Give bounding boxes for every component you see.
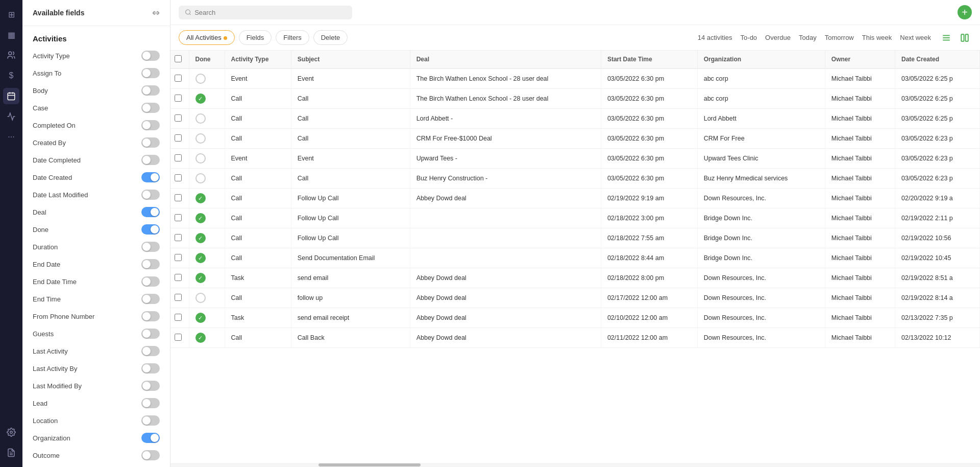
- done-indicator[interactable]: [195, 333, 206, 343]
- done-indicator[interactable]: [195, 293, 206, 303]
- row-checkbox[interactable]: [175, 114, 182, 122]
- filter-btn-filters[interactable]: Filters: [276, 30, 309, 45]
- field-toggle[interactable]: [141, 311, 160, 321]
- cell-activitytype: Call: [225, 109, 291, 129]
- docs-icon[interactable]: [3, 445, 19, 461]
- list-view-icon[interactable]: [939, 31, 953, 45]
- filter-link-today[interactable]: Today: [799, 34, 817, 41]
- cell-deal: Abbey Dowd deal: [410, 268, 601, 288]
- done-indicator[interactable]: [195, 133, 206, 144]
- field-toggle[interactable]: [141, 137, 160, 148]
- more-icon[interactable]: ···: [3, 129, 19, 145]
- filter-btn-all-activities[interactable]: All Activities: [179, 30, 235, 45]
- users-icon[interactable]: [3, 47, 19, 63]
- table-row: CallCall BackAbbey Dowd deal02/11/2022 1…: [170, 328, 980, 348]
- search-input[interactable]: [194, 9, 346, 16]
- settings-icon[interactable]: [3, 424, 19, 440]
- row-checkbox[interactable]: [175, 95, 182, 102]
- cell-owner: Michael Taibbi: [825, 149, 895, 169]
- field-toggle[interactable]: [141, 68, 160, 78]
- field-toggle[interactable]: [141, 398, 160, 408]
- done-indicator[interactable]: [195, 193, 206, 203]
- field-row: Last Activity: [22, 342, 170, 360]
- select-all-checkbox[interactable]: [175, 55, 182, 62]
- cell-startdatetime: 03/05/2022 6:30 pm: [601, 89, 697, 109]
- calendar-icon[interactable]: [3, 88, 19, 104]
- done-indicator[interactable]: [195, 273, 206, 283]
- search-box[interactable]: [179, 6, 352, 19]
- field-row: Done: [22, 221, 170, 238]
- field-toggle[interactable]: [141, 259, 160, 269]
- row-checkbox[interactable]: [175, 214, 182, 221]
- cell-organization: Down Resources, Inc.: [697, 288, 825, 308]
- row-checkbox[interactable]: [175, 194, 182, 201]
- done-indicator[interactable]: [195, 74, 206, 84]
- dollar-icon[interactable]: $: [3, 67, 19, 84]
- analytics-icon[interactable]: [3, 108, 19, 125]
- sidebar-header: Available fields ⇔: [22, 0, 170, 26]
- field-toggle[interactable]: [141, 190, 160, 200]
- activities-table-wrapper[interactable]: DoneActivity TypeSubjectDealStart Date T…: [170, 51, 980, 463]
- cell-datecreated: 03/05/2022 6:25 p: [895, 68, 980, 89]
- cell-owner: Michael Taibbi: [825, 308, 895, 328]
- chart-icon[interactable]: ▦: [3, 27, 19, 43]
- home-icon[interactable]: ⊞: [3, 6, 19, 22]
- row-checkbox[interactable]: [175, 274, 182, 281]
- filter-btn-delete[interactable]: Delete: [313, 30, 348, 45]
- done-indicator[interactable]: [195, 173, 206, 183]
- add-activity-button[interactable]: +: [958, 5, 972, 19]
- done-indicator[interactable]: [195, 153, 206, 164]
- field-toggle[interactable]: [141, 51, 160, 61]
- field-toggle[interactable]: [141, 120, 160, 130]
- field-toggle[interactable]: [141, 433, 160, 443]
- scrollbar-thumb[interactable]: [318, 463, 421, 466]
- filter-link-to-do[interactable]: To-do: [741, 34, 757, 41]
- row-checkbox[interactable]: [175, 334, 182, 341]
- filter-link-tomorrow[interactable]: Tomorrow: [825, 34, 854, 41]
- field-toggle[interactable]: [141, 329, 160, 339]
- field-toggle[interactable]: [141, 381, 160, 391]
- filter-btn-fields[interactable]: Fields: [239, 30, 272, 45]
- field-row: Date Last Modified: [22, 186, 170, 203]
- field-toggle[interactable]: [141, 242, 160, 252]
- horizontal-scrollbar[interactable]: [170, 463, 980, 467]
- field-toggle[interactable]: [141, 346, 160, 356]
- row-checkbox[interactable]: [175, 75, 182, 82]
- cell-deal: The Birch Wathen Lenox School - 28 user …: [410, 89, 601, 109]
- done-indicator[interactable]: [195, 94, 206, 104]
- field-toggle[interactable]: [141, 224, 160, 235]
- field-toggle[interactable]: [141, 363, 160, 373]
- field-toggle[interactable]: [141, 276, 160, 287]
- field-toggle[interactable]: [141, 207, 160, 217]
- sidebar-fields-list: Activity Type Assign To Body Case Comple…: [22, 47, 170, 467]
- done-indicator[interactable]: [195, 113, 206, 124]
- cell-datecreated: 03/05/2022 6:25 p: [895, 89, 980, 109]
- field-toggle[interactable]: [141, 103, 160, 113]
- field-toggle[interactable]: [141, 415, 160, 426]
- col-header-organization: Organization: [697, 51, 825, 68]
- done-indicator[interactable]: [195, 253, 206, 263]
- row-checkbox[interactable]: [175, 134, 182, 142]
- field-label: Case: [33, 104, 48, 112]
- row-checkbox[interactable]: [175, 254, 182, 261]
- filter-link-overdue[interactable]: Overdue: [765, 34, 791, 41]
- field-toggle[interactable]: [141, 172, 160, 182]
- done-indicator[interactable]: [195, 313, 206, 323]
- row-checkbox[interactable]: [175, 294, 182, 301]
- table-row: Tasksend email receiptAbbey Dowd deal02/…: [170, 308, 980, 328]
- filter-link-next-week[interactable]: Next week: [900, 34, 931, 41]
- filter-link-this-week[interactable]: This week: [862, 34, 892, 41]
- cell-owner: Michael Taibbi: [825, 208, 895, 228]
- sidebar-toggle-icon[interactable]: ⇔: [152, 7, 160, 18]
- column-view-icon[interactable]: [958, 31, 972, 45]
- done-indicator[interactable]: [195, 233, 206, 243]
- field-toggle[interactable]: [141, 155, 160, 165]
- row-checkbox[interactable]: [175, 174, 182, 181]
- field-toggle[interactable]: [141, 85, 160, 96]
- field-toggle[interactable]: [141, 294, 160, 304]
- row-checkbox[interactable]: [175, 154, 182, 161]
- done-indicator[interactable]: [195, 213, 206, 223]
- field-toggle[interactable]: [141, 450, 160, 460]
- row-checkbox[interactable]: [175, 314, 182, 321]
- row-checkbox[interactable]: [175, 234, 182, 241]
